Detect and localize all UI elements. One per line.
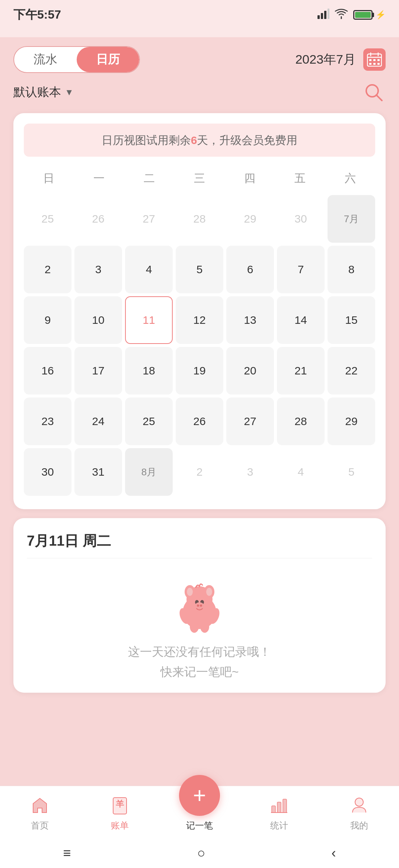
stats-icon	[268, 794, 291, 817]
cal-cell[interactable]: 13	[226, 296, 274, 344]
wavy-decoration	[0, 27, 399, 37]
trial-notice: 日历视图试用剩余6天，升级会员免费用	[24, 124, 375, 157]
cal-cell[interactable]: 30	[24, 448, 71, 496]
cal-cell[interactable]: 11	[125, 296, 173, 344]
weekday-tue: 二	[124, 167, 175, 190]
svg-rect-2	[324, 11, 326, 19]
status-icons: ⚡	[317, 9, 386, 22]
nav-stats-label: 统计	[270, 820, 288, 832]
day-empty-line2: 快来记一笔吧~	[128, 662, 271, 682]
svg-rect-35	[283, 799, 287, 813]
sys-back-btn[interactable]: ‹	[309, 840, 358, 866]
cal-cell[interactable]: 12	[176, 296, 223, 344]
cal-cell[interactable]: 2	[24, 246, 71, 293]
cal-cell[interactable]: 30	[277, 195, 325, 243]
day-detail-title: 7月11日 周二	[27, 532, 372, 551]
cal-cell[interactable]: 8	[328, 246, 375, 293]
cal-grid: 2526272829307月23456789101112131415161718…	[24, 195, 375, 496]
cal-cell[interactable]: 21	[277, 347, 325, 395]
cal-cell[interactable]: 7	[277, 246, 325, 293]
nav-home[interactable]: 首页	[0, 794, 80, 832]
cal-cell[interactable]: 26	[74, 195, 122, 243]
header-row: 流水 日历 2023年7月	[13, 37, 386, 80]
nav-mine-label: 我的	[350, 820, 368, 832]
svg-point-30	[200, 621, 209, 633]
day-empty-line1: 这一天还没有任何记录哦！	[128, 642, 271, 662]
svg-text:羊: 羊	[116, 799, 124, 808]
calendar-view-icon[interactable]	[363, 48, 386, 71]
svg-rect-8	[369, 59, 371, 61]
nav-mine[interactable]: 我的	[319, 794, 399, 832]
cal-cell[interactable]: 25	[125, 398, 173, 445]
cal-cell[interactable]: 5	[328, 448, 375, 496]
cal-cell[interactable]: 24	[74, 398, 122, 445]
cal-cell[interactable]: 2	[176, 448, 223, 496]
svg-point-24	[195, 602, 204, 609]
cal-cell[interactable]: 3	[74, 246, 122, 293]
cal-cell[interactable]: 29	[226, 195, 274, 243]
plus-icon: +	[193, 784, 206, 807]
wifi-icon	[335, 9, 348, 22]
cal-cell[interactable]: 22	[328, 347, 375, 395]
cal-cell[interactable]: 4	[125, 246, 173, 293]
mine-icon	[348, 794, 371, 817]
day-empty-text: 这一天还没有任何记录哦！ 快来记一笔吧~	[128, 642, 271, 682]
svg-rect-3	[328, 9, 329, 19]
svg-rect-9	[373, 59, 376, 61]
fab-label: 记一笔	[186, 820, 213, 832]
cal-cell[interactable]: 10	[74, 296, 122, 344]
tab-ledger[interactable]: 流水	[14, 47, 77, 72]
cal-cell[interactable]: 27	[125, 195, 173, 243]
cal-cell[interactable]: 15	[328, 296, 375, 344]
cal-cell[interactable]: 28	[176, 195, 223, 243]
trial-prefix: 日历视图试用剩余	[102, 134, 191, 146]
svg-point-21	[206, 588, 212, 596]
cal-cell[interactable]: 26	[176, 398, 223, 445]
home-icon	[28, 794, 51, 817]
bottom-nav: 首页 羊 账单 + 记一笔 统计	[0, 786, 399, 838]
cal-cell[interactable]: 4	[277, 448, 325, 496]
svg-rect-0	[317, 15, 320, 19]
svg-rect-11	[369, 63, 371, 65]
cal-cell[interactable]: 23	[24, 398, 71, 445]
cal-cell[interactable]: 18	[125, 347, 173, 395]
cal-cell[interactable]: 6	[226, 246, 274, 293]
account-selector[interactable]: 默认账本 ▼	[13, 84, 74, 100]
svg-point-29	[190, 621, 199, 633]
cal-cell[interactable]: 29	[328, 398, 375, 445]
cal-cell[interactable]: 28	[277, 398, 325, 445]
weekday-sun: 日	[24, 167, 74, 190]
tab-group[interactable]: 流水 日历	[13, 46, 140, 73]
nav-stats[interactable]: 统计	[239, 794, 319, 832]
cal-cell[interactable]: 16	[24, 347, 71, 395]
cal-cell[interactable]: 25	[24, 195, 71, 243]
tab-calendar[interactable]: 日历	[77, 47, 139, 72]
bill-icon: 羊	[108, 794, 131, 817]
svg-rect-1	[321, 13, 323, 19]
cal-cell[interactable]: 27	[226, 398, 274, 445]
cal-cell[interactable]: 9	[24, 296, 71, 344]
cal-cell[interactable]: 19	[176, 347, 223, 395]
cal-cell[interactable]: 3	[226, 448, 274, 496]
cal-cell[interactable]: 31	[74, 448, 122, 496]
add-record-fab[interactable]: +	[179, 775, 220, 816]
sys-home-btn[interactable]: ○	[175, 840, 228, 866]
cal-cell[interactable]: 5	[176, 246, 223, 293]
svg-rect-13	[377, 63, 380, 65]
nav-home-label: 首页	[31, 820, 49, 832]
nav-bill-label: 账单	[111, 820, 129, 832]
trial-days: 6	[191, 134, 197, 146]
cal-cell[interactable]: 7月	[328, 195, 375, 243]
cal-weekdays: 日 一 二 三 四 五 六	[24, 167, 375, 190]
signal-icon	[317, 9, 329, 22]
cal-cell[interactable]: 17	[74, 347, 122, 395]
nav-bill[interactable]: 羊 账单	[80, 794, 159, 832]
svg-point-26	[200, 604, 202, 607]
search-button[interactable]	[362, 80, 386, 104]
cal-cell[interactable]: 20	[226, 347, 274, 395]
cal-cell[interactable]: 8月	[125, 448, 173, 496]
pig-mascot-icon	[173, 581, 226, 633]
sys-menu-btn[interactable]: ≡	[41, 840, 93, 866]
cal-cell[interactable]: 14	[277, 296, 325, 344]
year-month-label: 2023年7月	[295, 51, 356, 68]
